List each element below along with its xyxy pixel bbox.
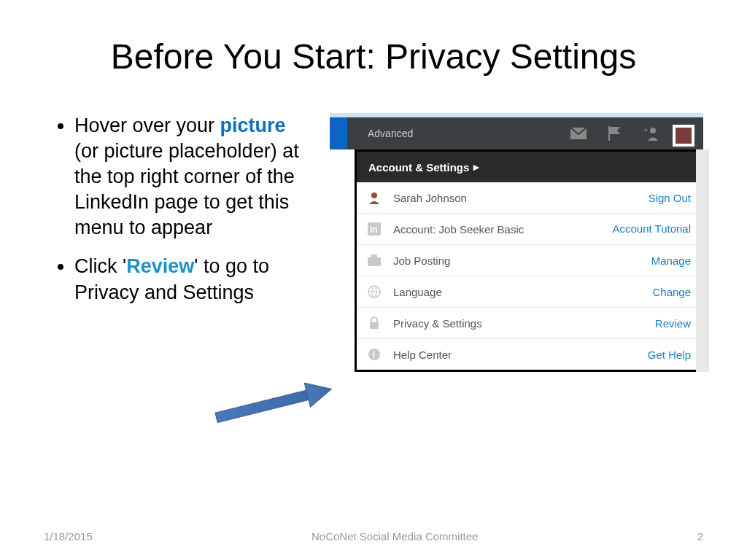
bullet-1-post: (or picture placeholder) at the top righ… [74,140,299,238]
callout-arrow [204,381,350,425]
linkedin-screenshot: Advanced + Account & Settings ▸ [330,113,703,372]
manage-link[interactable]: Manage [651,254,691,267]
account-tutorial-link[interactable]: Account Tutorial [612,223,691,236]
svg-rect-8 [371,254,377,258]
chevron-right-icon: ▸ [473,160,479,174]
footer-org: NoCoNet Social Media Committee [311,530,478,542]
bullet-1-pre: Hover over your [74,114,220,136]
avatar-image [676,128,692,144]
user-avatar-icon [367,190,382,205]
scrollbar[interactable] [696,149,709,372]
lock-icon [367,316,382,330]
dropdown-row-jobposting[interactable]: Job Posting Manage [357,245,701,276]
bullet-2-pre: Click ' [74,255,126,277]
svg-rect-12 [370,322,379,329]
linkedin-logo-icon: in [367,222,382,236]
dropdown-row-profile[interactable]: Sarah Johnson Sign Out [357,182,701,214]
bullet-1-highlight: picture [220,114,286,136]
slide-content: Hover over your picture (or picture plac… [0,98,747,372]
dropdown-row-label: Sarah Johnson [393,192,649,204]
slide-footer: 1/18/2015 NoCoNet Social Media Committee… [0,530,747,542]
review-link[interactable]: Review [655,317,691,330]
briefcase-icon [367,253,382,268]
slide-title: Before You Start: Privacy Settings [0,0,747,98]
add-user-icon[interactable]: + [643,126,659,141]
dropdown-row-label: Help Center [393,349,648,361]
change-link[interactable]: Change [652,286,691,298]
advanced-link[interactable]: Advanced [368,128,413,139]
svg-rect-1 [608,126,610,141]
svg-text:in: in [370,225,378,235]
svg-rect-7 [368,257,381,266]
svg-point-4 [371,192,377,198]
svg-rect-15 [215,390,309,422]
search-tab[interactable] [330,117,347,149]
dropdown-row-privacy[interactable]: Privacy & Settings Review [357,308,701,339]
footer-date: 1/18/2015 [44,530,93,542]
svg-marker-16 [304,381,335,407]
mail-icon[interactable] [570,128,587,139]
svg-point-2 [650,128,656,133]
dropdown-row-account[interactable]: in Account: Job Seeker Basic Account Tut… [357,214,701,245]
globe-icon [367,284,382,299]
bullet-1: Hover over your picture (or picture plac… [74,113,315,241]
footer-page-number: 2 [697,530,703,542]
nav-icon-group: + [570,126,659,141]
flag-icon[interactable] [608,126,622,141]
get-help-link[interactable]: Get Help [648,349,691,361]
info-icon: i [367,347,382,362]
dropdown-row-label: Account: Job Seeker Basic [393,223,612,236]
bullet-2: Click 'Review' to go to Privacy and Sett… [74,254,315,305]
sign-out-link[interactable]: Sign Out [649,192,691,204]
svg-text:i: i [373,349,376,360]
svg-text:+: + [643,126,648,134]
dropdown-row-help[interactable]: i Help Center Get Help [357,339,701,370]
dropdown-header[interactable]: Account & Settings ▸ [357,152,701,182]
linkedin-navbar: Advanced + [330,113,703,149]
account-settings-dropdown: Account & Settings ▸ Sarah Johnson Sign … [355,149,703,372]
dropdown-row-label: Privacy & Settings [393,317,655,330]
dropdown-row-language[interactable]: Language Change [357,276,701,308]
profile-avatar[interactable] [673,125,694,147]
dropdown-header-label: Account & Settings [368,161,469,174]
dropdown-row-label: Language [393,286,652,298]
bullet-list: Hover over your picture (or picture plac… [58,113,315,372]
dropdown-row-label: Job Posting [393,254,651,267]
bullet-2-highlight: Review [126,255,194,277]
